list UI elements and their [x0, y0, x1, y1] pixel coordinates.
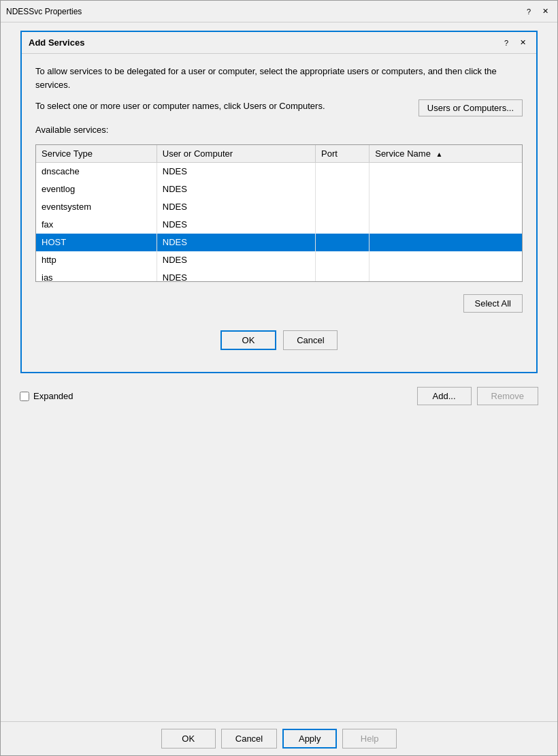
table-row[interactable]: faxNDES: [36, 216, 522, 234]
services-table: Service Type User or Computer Port Servi…: [36, 145, 522, 281]
table-cell-service_type: http: [36, 251, 157, 269]
table-cell-port: [316, 216, 370, 234]
table-cell-port: [316, 269, 370, 282]
expanded-checkbox[interactable]: [20, 392, 29, 401]
table-cell-service_type: HOST: [36, 234, 157, 251]
inner-cancel-button[interactable]: Cancel: [283, 330, 338, 350]
table-cell-service_type: fax: [36, 216, 157, 234]
inner-dialog-title: Add Services: [29, 37, 499, 48]
outer-bottom-controls: Expanded Add... Remove: [9, 379, 549, 413]
footer-help-button: Help: [342, 729, 397, 749]
table-cell-port: [316, 163, 370, 180]
table-cell-user_computer: NDES: [157, 251, 315, 269]
table-cell-user_computer: NDES: [157, 234, 315, 251]
outer-titlebar-controls: ? ✕: [522, 5, 552, 18]
table-header-row: Service Type User or Computer Port Servi…: [36, 145, 522, 163]
table-cell-service_type: eventsystem: [36, 198, 157, 216]
outer-help-button[interactable]: ?: [522, 5, 536, 18]
users-computers-button[interactable]: Users or Computers...: [419, 99, 523, 116]
table-cell-user_computer: NDES: [157, 216, 315, 234]
outer-close-button[interactable]: ✕: [538, 5, 552, 18]
inner-help-button[interactable]: ?: [499, 36, 513, 50]
table-row[interactable]: eventsystemNDES: [36, 198, 522, 216]
table-row[interactable]: dnscacheNDES: [36, 163, 522, 180]
table-cell-service_name: [370, 216, 522, 234]
table-cell-user_computer: NDES: [157, 198, 315, 216]
col-port[interactable]: Port: [316, 145, 370, 163]
table-cell-service_name: [370, 251, 522, 269]
col-service-type[interactable]: Service Type: [36, 145, 157, 163]
user-computer-text: To select one or more user or computer n…: [35, 99, 410, 113]
table-scroll-area[interactable]: Service Type User or Computer Port Servi…: [36, 145, 522, 281]
outer-bottom-right-buttons: Add... Remove: [417, 387, 538, 405]
remove-button: Remove: [477, 387, 538, 405]
inner-titlebar-controls: ? ✕: [499, 36, 529, 50]
footer-cancel-button[interactable]: Cancel: [221, 729, 277, 749]
outer-window-footer: OK Cancel Apply Help: [1, 721, 557, 755]
user-computer-row: To select one or more user or computer n…: [35, 99, 523, 116]
inner-close-button[interactable]: ✕: [516, 36, 529, 50]
add-button[interactable]: Add...: [417, 387, 472, 405]
table-cell-service_name: [370, 198, 522, 216]
table-cell-service_name: [370, 180, 522, 198]
inner-dialog: Add Services ? ✕ To allow services to be…: [20, 31, 538, 373]
inner-dialog-content: To allow services to be delegated for a …: [22, 54, 536, 372]
select-all-button[interactable]: Select All: [463, 294, 523, 313]
select-all-row: Select All: [35, 290, 523, 317]
outer-content: Add Services ? ✕ To allow services to be…: [1, 22, 557, 721]
inner-ok-button[interactable]: OK: [220, 330, 277, 350]
table-cell-service_name: [370, 163, 522, 180]
inner-titlebar: Add Services ? ✕: [22, 32, 536, 54]
outer-window: NDESSvc Properties ? ✕ Add Services ? ✕ …: [0, 0, 558, 756]
available-services-label: Available services:: [35, 125, 523, 135]
footer-apply-button[interactable]: Apply: [282, 729, 337, 749]
table-cell-service_type: eventlog: [36, 180, 157, 198]
footer-ok-button[interactable]: OK: [161, 729, 216, 749]
table-cell-service_name: [370, 234, 522, 251]
col-user-computer[interactable]: User or Computer: [157, 145, 315, 163]
table-cell-service_type: dnscache: [36, 163, 157, 180]
table-cell-service_name: [370, 269, 522, 282]
services-table-container: Service Type User or Computer Port Servi…: [35, 144, 523, 282]
table-row[interactable]: HOSTNDES: [36, 234, 522, 251]
table-cell-service_type: ias: [36, 269, 157, 282]
outer-window-title: NDESSvc Properties: [6, 7, 522, 16]
table-cell-user_computer: NDES: [157, 269, 315, 282]
sort-arrow-icon: ▲: [436, 151, 442, 158]
dialog-buttons: OK Cancel: [35, 325, 523, 361]
expanded-label: Expanded: [33, 391, 73, 401]
expanded-checkbox-label[interactable]: Expanded: [20, 391, 73, 401]
description-text: To allow services to be delegated for a …: [35, 65, 523, 91]
table-cell-user_computer: NDES: [157, 163, 315, 180]
table-cell-port: [316, 180, 370, 198]
table-cell-user_computer: NDES: [157, 180, 315, 198]
table-cell-port: [316, 251, 370, 269]
table-row[interactable]: httpNDES: [36, 251, 522, 269]
table-cell-port: [316, 198, 370, 216]
table-row[interactable]: iasNDES: [36, 269, 522, 282]
col-service-name[interactable]: Service Name ▲: [370, 145, 522, 163]
outer-titlebar: NDESSvc Properties ? ✕: [1, 1, 557, 22]
table-row[interactable]: eventlogNDES: [36, 180, 522, 198]
table-cell-port: [316, 234, 370, 251]
